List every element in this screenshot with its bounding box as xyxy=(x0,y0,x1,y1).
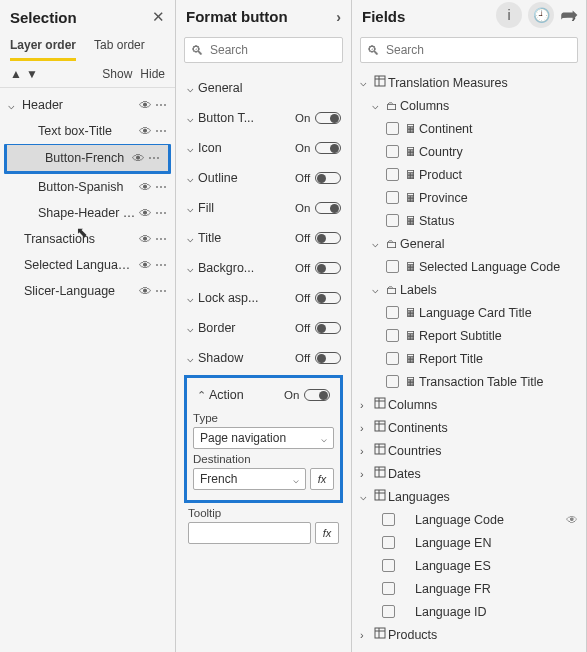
table-dates[interactable]: ›Dates xyxy=(360,462,578,485)
chevron-down-icon[interactable]: ⌵ xyxy=(182,322,198,335)
chevron-down-icon[interactable]: ⌵ xyxy=(360,76,372,89)
field-report-title[interactable]: 🖩Report Title xyxy=(360,347,578,370)
field-report-subtitle[interactable]: 🖩Report Subtitle xyxy=(360,324,578,347)
prop-fill[interactable]: ⌵ Fill On xyxy=(182,193,345,223)
layer-item-button-french[interactable]: Button-French 👁 ⋯ xyxy=(7,145,168,171)
visibility-icon[interactable]: 👁 xyxy=(137,124,153,139)
fields-search[interactable]: 🔍︎ xyxy=(360,37,578,63)
toggle-outline[interactable]: Off xyxy=(295,172,345,184)
more-icon[interactable]: ⋯ xyxy=(153,258,169,272)
toggle-action[interactable]: On xyxy=(284,389,334,401)
fields-search-input[interactable] xyxy=(386,43,571,57)
fx-button[interactable]: fx xyxy=(315,522,339,544)
visibility-icon[interactable]: 👁 xyxy=(137,232,153,247)
checkbox[interactable] xyxy=(386,329,399,342)
checkbox[interactable] xyxy=(386,168,399,181)
table-columns[interactable]: ›Columns xyxy=(360,393,578,416)
chevron-down-icon[interactable]: ⌵ xyxy=(182,112,198,125)
visibility-icon[interactable]: 👁 xyxy=(137,180,153,195)
prop-action[interactable]: ⌃ Action On xyxy=(193,382,334,408)
more-icon[interactable]: ⋯ xyxy=(153,232,169,246)
layer-item-transactions[interactable]: Transactions 👁 ⋯ xyxy=(0,226,175,252)
action-type-select[interactable]: Page navigation ⌵ xyxy=(193,427,334,449)
chevron-down-icon[interactable]: ⌵ xyxy=(182,142,198,155)
chevron-right-icon[interactable]: › xyxy=(360,399,372,411)
chevron-up-icon[interactable]: ⌃ xyxy=(193,389,209,402)
tab-tab-order[interactable]: Tab order xyxy=(94,32,145,61)
layer-item-slicer-language[interactable]: Slicer-Language 👁 ⋯ xyxy=(0,278,175,304)
checkbox[interactable] xyxy=(386,122,399,135)
visibility-icon[interactable]: 👁 xyxy=(137,284,153,299)
prop-title[interactable]: ⌵ Title Off xyxy=(182,223,345,253)
field-language-es[interactable]: Language ES xyxy=(360,554,578,577)
hidden-icon[interactable]: 👁 xyxy=(566,513,578,527)
chevron-down-icon[interactable]: ⌵ xyxy=(182,292,198,305)
tab-layer-order[interactable]: Layer order xyxy=(10,32,76,61)
chevron-right-icon[interactable]: › xyxy=(360,422,372,434)
folder-general[interactable]: ⌵ 🗀 General xyxy=(360,232,578,255)
checkbox[interactable] xyxy=(386,375,399,388)
more-icon[interactable]: ⋯ xyxy=(153,98,169,112)
chevron-right-icon[interactable]: › xyxy=(360,445,372,457)
prop-outline[interactable]: ⌵ Outline Off xyxy=(182,163,345,193)
table-continents[interactable]: ›Continents xyxy=(360,416,578,439)
more-icon[interactable]: ⋯ xyxy=(153,180,169,194)
visibility-icon[interactable]: 👁 xyxy=(137,98,153,113)
layer-item-selected-language[interactable]: Selected Language C... 👁 ⋯ xyxy=(0,252,175,278)
table-languages[interactable]: ⌵Languages xyxy=(360,485,578,508)
table-translation-measures[interactable]: ⌵ Translation Measures xyxy=(360,71,578,94)
table-products[interactable]: ›Products xyxy=(360,623,578,646)
more-icon[interactable]: ⋯ xyxy=(153,284,169,298)
move-up-icon[interactable]: ▲ xyxy=(10,67,22,81)
info-icon[interactable]: i xyxy=(496,2,522,28)
layer-item-header[interactable]: ⌵ Header 👁 ⋯ xyxy=(0,92,175,118)
toggle-lock-aspect[interactable]: Off xyxy=(295,292,345,304)
checkbox[interactable] xyxy=(386,306,399,319)
chevron-right-icon[interactable]: › xyxy=(360,468,372,480)
toggle-title[interactable]: Off xyxy=(295,232,345,244)
show-button[interactable]: Show xyxy=(102,67,132,81)
field-status[interactable]: 🖩Status xyxy=(360,209,578,232)
folder-labels[interactable]: ⌵ 🗀 Labels xyxy=(360,278,578,301)
chevron-down-icon[interactable]: ⌵ xyxy=(360,490,372,503)
chevron-down-icon[interactable]: ⌵ xyxy=(8,99,20,112)
checkbox[interactable] xyxy=(382,536,395,549)
prop-lock-aspect[interactable]: ⌵ Lock asp... Off xyxy=(182,283,345,313)
field-transaction-table-title[interactable]: 🖩Transaction Table Title xyxy=(360,370,578,393)
format-search[interactable]: 🔍︎ xyxy=(184,37,343,63)
toggle-shadow[interactable]: Off xyxy=(295,352,345,364)
hide-button[interactable]: Hide xyxy=(140,67,165,81)
format-search-input[interactable] xyxy=(210,43,360,57)
chevron-down-icon[interactable]: ⌵ xyxy=(372,283,384,296)
table-countries[interactable]: ›Countries xyxy=(360,439,578,462)
checkbox[interactable] xyxy=(386,191,399,204)
checkbox[interactable] xyxy=(386,145,399,158)
chevron-down-icon[interactable]: ⌵ xyxy=(182,172,198,185)
prop-button-text[interactable]: ⌵ Button T... On xyxy=(182,103,345,133)
visibility-icon[interactable]: 👁 xyxy=(130,151,146,166)
more-icon[interactable]: ⋯ xyxy=(153,206,169,220)
field-selected-language-code[interactable]: 🖩Selected Language Code xyxy=(360,255,578,278)
visibility-icon[interactable]: 👁 xyxy=(137,206,153,221)
checkbox[interactable] xyxy=(386,352,399,365)
toggle-background[interactable]: Off xyxy=(295,262,345,274)
share-icon[interactable]: ➦ xyxy=(560,2,578,28)
visibility-icon[interactable]: 👁 xyxy=(137,258,153,273)
prop-background[interactable]: ⌵ Backgro... Off xyxy=(182,253,345,283)
checkbox[interactable] xyxy=(382,605,395,618)
field-language-id[interactable]: Language ID xyxy=(360,600,578,623)
chevron-down-icon[interactable]: ⌵ xyxy=(182,232,198,245)
action-destination-select[interactable]: French ⌵ xyxy=(193,468,306,490)
layer-item-shape-header[interactable]: Shape-Header Ba... 👁 ⋯ xyxy=(0,200,175,226)
chevron-down-icon[interactable]: ⌵ xyxy=(182,352,198,365)
checkbox[interactable] xyxy=(386,214,399,227)
chevron-right-icon[interactable]: › xyxy=(336,9,341,25)
checkbox[interactable] xyxy=(386,260,399,273)
chevron-right-icon[interactable]: › xyxy=(360,629,372,641)
chevron-down-icon[interactable]: ⌵ xyxy=(372,99,384,112)
field-language-card-title[interactable]: 🖩Language Card Title xyxy=(360,301,578,324)
close-icon[interactable]: ✕ xyxy=(152,8,165,26)
chevron-down-icon[interactable]: ⌵ xyxy=(182,82,198,95)
field-product[interactable]: 🖩Product xyxy=(360,163,578,186)
toggle-fill[interactable]: On xyxy=(295,202,345,214)
